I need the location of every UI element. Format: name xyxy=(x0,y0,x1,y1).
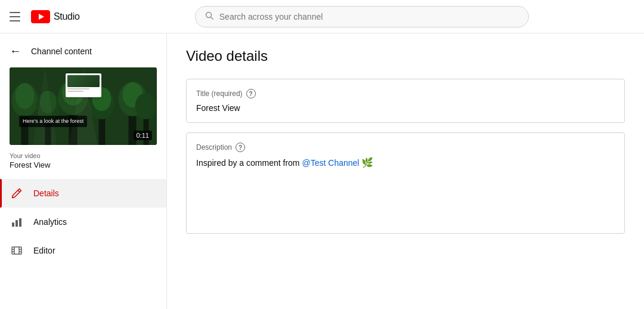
header-left: Studio xyxy=(10,10,80,24)
sidebar-nav: Details Analytics xyxy=(0,179,166,265)
bar-chart-icon xyxy=(10,215,24,229)
sidebar-item-label-analytics: Analytics xyxy=(33,217,67,227)
hamburger-menu[interactable] xyxy=(10,10,24,24)
sidebar-item-details[interactable]: Details xyxy=(0,179,166,208)
thumbnail-bg: Here's a look at the forest 0:11 xyxy=(10,67,157,145)
description-field-card[interactable]: Description ? Inspired by a comment from… xyxy=(186,132,625,234)
back-nav[interactable]: ← Channel content xyxy=(0,38,166,67)
svg-point-7 xyxy=(16,83,35,109)
sidebar-item-label-details: Details xyxy=(33,189,59,198)
video-card-overlay xyxy=(66,73,101,97)
logo[interactable]: Studio xyxy=(31,10,80,23)
svg-point-21 xyxy=(135,93,157,119)
svg-rect-28 xyxy=(12,247,21,254)
back-label: Channel content xyxy=(31,47,92,56)
duration-badge: 0:11 xyxy=(134,131,152,140)
title-field-card[interactable]: Title (required) ? Forest View xyxy=(186,79,625,123)
search-icon xyxy=(205,11,213,21)
svg-rect-27 xyxy=(19,218,21,227)
video-info-label: Your video xyxy=(10,152,157,159)
page-title: Video details xyxy=(186,48,625,64)
sidebar-item-editor[interactable]: Editor xyxy=(0,236,166,265)
body: ← Channel content xyxy=(0,33,644,309)
sidebar-item-analytics[interactable]: Analytics xyxy=(0,208,166,236)
search-bar[interactable] xyxy=(195,6,529,27)
film-icon xyxy=(10,243,24,258)
title-field-label: Title (required) ? xyxy=(196,89,615,98)
video-info: Your video Forest View xyxy=(0,152,166,179)
description-field-label: Description ? xyxy=(196,143,615,152)
description-value: Inspired by a comment from @Test Channel… xyxy=(196,157,615,168)
caption-box: Here's a look at the forest xyxy=(19,116,87,127)
title-help-icon[interactable]: ? xyxy=(246,89,256,98)
svg-rect-25 xyxy=(12,223,14,227)
search-input[interactable] xyxy=(219,12,519,21)
video-thumbnail: Here's a look at the forest 0:11 xyxy=(10,67,157,145)
svg-line-3 xyxy=(210,17,213,20)
description-help-icon[interactable]: ? xyxy=(236,143,245,152)
back-arrow-icon: ← xyxy=(10,44,21,58)
top-header: Studio xyxy=(0,0,644,33)
pencil-icon xyxy=(10,186,24,200)
video-info-title: Forest View xyxy=(10,160,157,169)
youtube-icon xyxy=(31,10,50,23)
leaf-emoji: 🌿 xyxy=(361,157,373,168)
svg-line-24 xyxy=(18,190,20,192)
mention-link[interactable]: @Test Channel xyxy=(302,158,360,168)
title-field-value: Forest View xyxy=(196,103,615,113)
sidebar-item-label-editor: Editor xyxy=(33,246,55,255)
logo-text: Studio xyxy=(54,11,80,22)
sidebar: ← Channel content xyxy=(0,33,167,309)
main-content: Video details Title (required) ? Forest … xyxy=(167,33,644,309)
svg-rect-26 xyxy=(16,220,18,227)
